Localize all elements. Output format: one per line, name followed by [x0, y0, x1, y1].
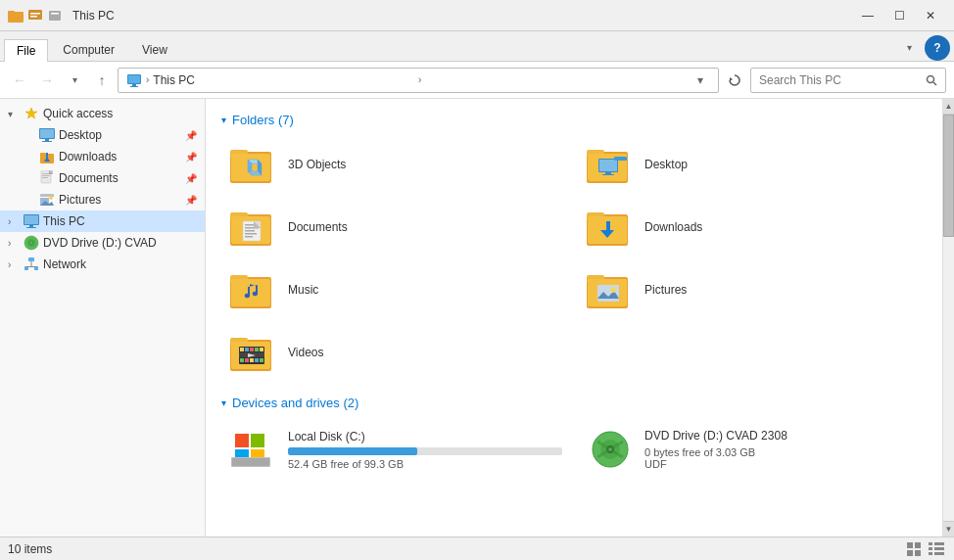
svg-rect-48	[36, 266, 37, 267]
search-input[interactable]	[759, 73, 922, 87]
svg-rect-96	[255, 348, 259, 351]
svg-point-12	[928, 75, 934, 82]
details-view-button[interactable]	[927, 539, 946, 559]
svg-rect-24	[42, 173, 50, 174]
close-button[interactable]: ✕	[915, 2, 946, 29]
folder-pictures-name: Pictures	[644, 283, 687, 297]
folder-music-name: Music	[288, 283, 318, 297]
status-item-count: 10 items	[8, 542, 52, 556]
svg-rect-61	[605, 172, 611, 174]
folder-item-music[interactable]: Music	[221, 262, 570, 317]
sidebar-item-quickaccess[interactable]: ▾ Quick access	[0, 103, 205, 124]
thispc-label: This PC	[43, 214, 85, 228]
svg-rect-95	[250, 348, 254, 351]
folder-desktop-icon	[586, 143, 635, 186]
svg-rect-110	[232, 458, 269, 466]
svg-rect-37	[26, 227, 36, 228]
svg-rect-106	[251, 434, 264, 447]
scroll-down-button[interactable]: ▼	[943, 521, 954, 537]
quickaccess-label: Quick access	[43, 107, 113, 120]
tab-file[interactable]: File	[4, 39, 48, 62]
svg-rect-26	[42, 177, 48, 178]
devices-chevron-icon: ▾	[221, 397, 226, 408]
svg-rect-78	[606, 221, 610, 231]
tab-computer[interactable]: Computer	[50, 38, 127, 61]
another-title-icon	[47, 8, 63, 23]
downloads-icon	[39, 149, 55, 164]
folder-item-documents[interactable]: Documents	[221, 200, 570, 255]
svg-rect-3	[30, 13, 40, 15]
folder-item-videos[interactable]: Videos	[221, 325, 570, 380]
folder-desktop-name: Desktop	[644, 158, 688, 171]
help-button[interactable]: ?	[925, 35, 950, 61]
address-path[interactable]: › This PC › ▾	[118, 68, 719, 93]
folder-videos-icon	[229, 331, 278, 374]
devices-section-header[interactable]: ▾ Devices and drives (2)	[221, 396, 927, 410]
desktop-icon	[39, 127, 55, 143]
svg-rect-45	[31, 261, 32, 266]
folders-section-header[interactable]: ▾ Folders (7)	[221, 113, 927, 127]
svg-line-13	[933, 82, 936, 85]
devices-grid: Local Disk (C:) 52.4 GB free of 99.3 GB	[221, 420, 927, 479]
pictures-pin: 📌	[185, 195, 197, 206]
svg-point-33	[49, 196, 53, 200]
dvddrive-icon	[24, 235, 39, 251]
pictures-label: Pictures	[59, 193, 101, 207]
up-button[interactable]: ↑	[90, 69, 114, 92]
device-item-dvd-drive[interactable]: DVD Drive (D:) CVAD 2308 0 bytes free of…	[578, 420, 927, 479]
scrollbar[interactable]: ▲ ▼	[942, 99, 954, 537]
path-separator: ›	[146, 74, 149, 85]
folder-3dobjects-icon	[229, 143, 278, 186]
sidebar-item-network[interactable]: › Network	[0, 254, 205, 275]
local-disk-info: Local Disk (C:) 52.4 GB free of 99.3 GB	[288, 430, 562, 470]
svg-rect-125	[929, 552, 932, 555]
svg-rect-120	[915, 550, 921, 556]
svg-rect-17	[45, 139, 49, 141]
refresh-button[interactable]	[723, 69, 746, 92]
devices-section-title: Devices and drives (2)	[232, 396, 358, 410]
svg-rect-60	[599, 160, 617, 171]
folders-grid: 3D Objects	[221, 137, 927, 380]
svg-rect-42	[28, 257, 34, 261]
large-icons-view-button[interactable]	[905, 539, 925, 559]
forward-button[interactable]: →	[35, 69, 59, 92]
svg-rect-97	[260, 348, 263, 351]
ribbon-expand-button[interactable]: ▾	[895, 33, 923, 61]
content-area: ▾ Folders (7) 3D O	[206, 99, 942, 537]
scroll-thumb[interactable]	[943, 115, 954, 237]
sidebar-item-pictures[interactable]: Pictures 📌	[0, 189, 205, 210]
sidebar: ▾ Quick access Desktop 📌	[0, 99, 206, 537]
scroll-up-button[interactable]: ▲	[943, 99, 954, 115]
svg-rect-1	[8, 11, 15, 14]
back-button[interactable]: ←	[8, 69, 31, 92]
network-icon	[24, 257, 39, 272]
sidebar-item-downloads[interactable]: Downloads 📌	[0, 146, 205, 167]
scroll-up-icon: ▲	[945, 102, 953, 111]
folder-pictures-icon	[586, 268, 635, 311]
sidebar-item-documents[interactable]: Documents 📌	[0, 167, 205, 189]
tab-view[interactable]: View	[129, 38, 180, 61]
dvd-drive-fs: UDF	[644, 458, 919, 470]
sidebar-item-desktop[interactable]: Desktop 📌	[0, 124, 205, 146]
sidebar-item-dvddrive[interactable]: › DVD Drive (D:) CVAD	[0, 232, 205, 254]
folder-item-pictures[interactable]: Pictures	[578, 262, 927, 317]
minimize-button[interactable]: —	[852, 2, 883, 29]
maximize-button[interactable]: ☐	[883, 2, 915, 29]
folder-item-desktop[interactable]: Desktop	[578, 137, 927, 192]
quickaccess-star-icon	[24, 106, 39, 121]
folders-section-title: Folders (7)	[232, 113, 294, 127]
local-disk-space: 52.4 GB free of 99.3 GB	[288, 458, 562, 470]
address-dropdown-button[interactable]: ▾	[691, 68, 710, 93]
nav-dropdown-button[interactable]: ▾	[63, 69, 86, 92]
sidebar-item-thispc[interactable]: › This PC	[0, 210, 205, 232]
local-disk-bar	[288, 447, 417, 455]
local-disk-icon	[229, 428, 278, 471]
folder-documents-name: Documents	[288, 220, 348, 234]
folder-downloads-icon	[586, 206, 635, 249]
folder-item-downloads[interactable]: Downloads	[578, 200, 927, 255]
svg-rect-62	[602, 174, 614, 175]
device-item-local-disk[interactable]: Local Disk (C:) 52.4 GB free of 99.3 GB	[221, 420, 570, 479]
search-box[interactable]	[750, 68, 946, 93]
folder-music-icon	[229, 268, 278, 311]
folder-item-3dobjects[interactable]: 3D Objects	[221, 137, 570, 192]
